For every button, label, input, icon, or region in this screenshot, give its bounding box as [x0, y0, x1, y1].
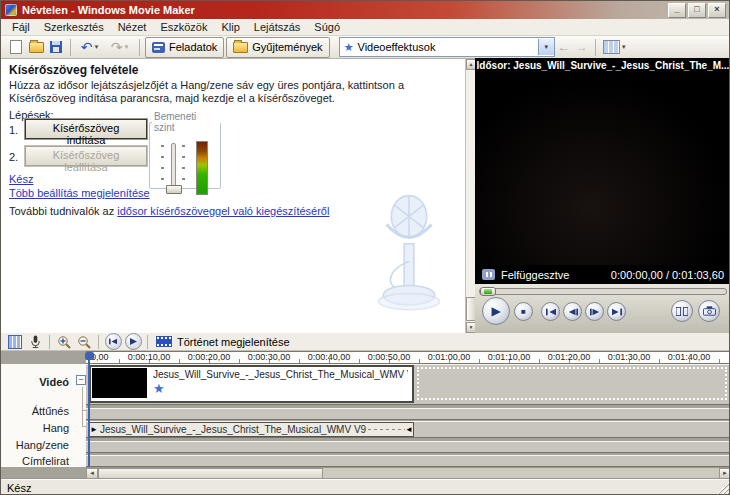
- redo-button[interactable]: ↷ ▼: [105, 38, 135, 57]
- timeline-view-button[interactable]: [5, 334, 25, 350]
- narrate-timeline-button[interactable]: [25, 334, 45, 350]
- separator: [70, 39, 71, 56]
- collapse-video-track-button[interactable]: −: [76, 375, 86, 385]
- camera-icon: [703, 306, 716, 316]
- menu-clip[interactable]: Klip: [214, 20, 246, 34]
- collections-label: Gyűjtemények: [252, 41, 322, 53]
- track-label-transition: Áttűnés: [1, 405, 69, 417]
- resize-grip[interactable]: [717, 482, 729, 494]
- audio-music-track-lane[interactable]: [86, 441, 730, 453]
- more-settings-link[interactable]: Több beállítás megjelenítése: [9, 187, 150, 199]
- rewind-icon: [109, 338, 117, 345]
- ruler-tick: 0:00:30,00: [248, 352, 291, 362]
- monitor-status-bar: Felfüggesztve 0:00:00,00 / 0:01:03,60: [475, 265, 730, 284]
- stop-narration-button: Kísérőszöveg leállítása: [25, 146, 147, 166]
- tasks-label: Feladatok: [169, 41, 217, 53]
- playhead-line[interactable]: [88, 352, 90, 467]
- timeline-grid-icon: [8, 335, 22, 349]
- menu-help[interactable]: Súgó: [307, 20, 347, 34]
- transition-track-lane[interactable]: [86, 408, 730, 420]
- undo-button[interactable]: ↶ ▼: [75, 38, 105, 57]
- timeline-toolbar: Történet megjelenítése: [1, 333, 730, 351]
- video-clip[interactable]: Jesus_Will_Survive_-_Jesus_Christ_The_Mu…: [89, 365, 414, 403]
- seek-bar[interactable]: [479, 288, 727, 295]
- status-bar: Kész: [1, 479, 730, 495]
- previous-frame-button[interactable]: [541, 302, 560, 321]
- start-narration-button[interactable]: Kísérőszöveg indítása: [25, 119, 147, 139]
- scroll-left-button[interactable]: ◄: [86, 468, 98, 479]
- tasks-button[interactable]: Feladatok: [145, 37, 224, 58]
- learn-more-link[interactable]: idősor kísérőszöveggel való kiegészítésé…: [117, 205, 329, 217]
- seek-thumb[interactable]: [480, 287, 496, 296]
- separator: [595, 39, 596, 56]
- app-icon: [5, 4, 17, 16]
- input-level-label: Bemeneti szint: [152, 111, 220, 133]
- open-project-button[interactable]: [26, 38, 46, 57]
- window-controls: _ □ ×: [666, 3, 726, 18]
- playback-status: Felfüggesztve: [501, 269, 569, 281]
- clip-right-trim-handle[interactable]: ◄: [405, 423, 413, 436]
- zoom-in-button[interactable]: [54, 334, 74, 350]
- menu-play[interactable]: Lejátszás: [247, 20, 307, 34]
- views-dropdown-icon[interactable]: ▼: [621, 44, 627, 50]
- menu-tools[interactable]: Eszközök: [153, 20, 214, 34]
- play-button[interactable]: ▶: [482, 297, 510, 325]
- collection-combobox[interactable]: ★ Videoeffektusok ▼: [339, 37, 555, 57]
- split-clip-icon: [676, 307, 688, 316]
- title-bar[interactable]: Névtelen - Windows Movie Maker _ □ ×: [1, 1, 729, 19]
- separator: [49, 335, 50, 349]
- undo-dropdown-icon[interactable]: ▼: [93, 44, 99, 50]
- zoom-out-button[interactable]: [74, 334, 94, 350]
- collections-button[interactable]: Gyűjtemények: [226, 37, 329, 58]
- save-project-button[interactable]: [46, 38, 66, 57]
- input-level-group: Bemeneti szint: [149, 111, 221, 189]
- menu-edit[interactable]: Szerkesztés: [37, 20, 111, 34]
- views-button[interactable]: ▼: [600, 38, 630, 57]
- stop-button[interactable]: ■: [514, 302, 533, 321]
- next-frame-button[interactable]: [607, 302, 626, 321]
- title-overlay-track-lane[interactable]: [86, 455, 730, 467]
- done-link[interactable]: Kész: [9, 173, 33, 185]
- forward-arrow-icon: →: [576, 40, 588, 54]
- combobox-dropdown-button[interactable]: ▼: [538, 39, 554, 55]
- paused-state-icon: [482, 269, 495, 280]
- track-tree-line: [82, 387, 83, 427]
- navigate-back-button[interactable]: ←: [555, 38, 573, 56]
- clip-thumbnail: [92, 368, 147, 398]
- rewind-timeline-button[interactable]: [103, 334, 123, 350]
- navigate-forward-button[interactable]: →: [573, 38, 591, 56]
- input-level-slider-thumb[interactable]: [166, 185, 182, 194]
- video-clip-title: Jesus_Will_Survive_-_Jesus_Christ_The_Mu…: [153, 369, 408, 380]
- video-preview: [475, 73, 730, 265]
- timeline-horizontal-scrollbar[interactable]: ◄ ►: [86, 467, 730, 479]
- close-button[interactable]: ×: [708, 3, 726, 18]
- take-picture-button[interactable]: [698, 300, 720, 322]
- clip-left-trim-handle[interactable]: ►: [90, 423, 98, 436]
- small-play-icon: [130, 338, 137, 345]
- step1-number: 1.: [9, 124, 18, 136]
- play-timeline-button[interactable]: [123, 334, 143, 350]
- step-back-button[interactable]: [563, 302, 582, 321]
- audio-clip[interactable]: ► Jesus_Will_Survive_-_Jesus_Christ_The_…: [89, 422, 414, 437]
- step-forward-button[interactable]: [585, 302, 604, 321]
- ruler-tick: 0:01:10,00: [488, 352, 531, 362]
- minimize-button[interactable]: _: [668, 3, 686, 18]
- redo-icon: ↷: [111, 40, 123, 54]
- split-clip-button[interactable]: [671, 300, 693, 322]
- task-pane-description: Húzza az idősor lejátszásjelzőjét a Hang…: [9, 79, 461, 105]
- menu-view[interactable]: Nézet: [111, 20, 154, 34]
- menu-file[interactable]: Fájl: [5, 20, 37, 34]
- redo-dropdown-icon[interactable]: ▼: [123, 44, 129, 50]
- show-storyboard-button[interactable]: Történet megjelenítése: [152, 335, 294, 349]
- stop-icon: ■: [521, 307, 526, 316]
- track-label-audio-music: Hang/zene: [1, 439, 69, 451]
- previous-frame-icon: [546, 308, 556, 316]
- new-project-button[interactable]: [6, 38, 26, 57]
- menu-bar: Fájl Szerkesztés Nézet Eszközök Klip Lej…: [1, 19, 729, 36]
- collections-folder-icon: [233, 42, 248, 53]
- microphone-icon: [30, 335, 41, 349]
- scroll-right-button[interactable]: ►: [719, 468, 730, 479]
- maximize-button[interactable]: □: [688, 3, 706, 18]
- task-pane-title: Kísérőszöveg felvétele: [9, 63, 138, 77]
- timeline-scroll-thumb[interactable]: [98, 468, 323, 479]
